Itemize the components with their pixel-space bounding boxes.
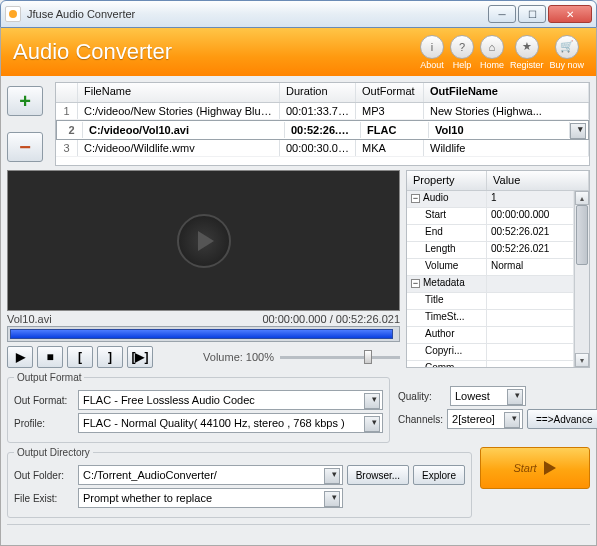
property-row[interactable]: −Metadata <box>407 276 574 293</box>
scrollbar[interactable]: ▴ ▾ <box>574 191 589 367</box>
range-button[interactable]: [▶] <box>127 346 153 368</box>
maximize-button[interactable]: ☐ <box>518 5 546 23</box>
col-outformat[interactable]: OutFormat <box>356 83 424 102</box>
file-table: FileName Duration OutFormat OutFileName … <box>55 82 590 166</box>
video-area[interactable] <box>7 170 400 311</box>
property-row[interactable]: Comm... <box>407 361 574 367</box>
header-about-button[interactable]: iAbout <box>420 35 444 70</box>
stop-button[interactable]: ■ <box>37 346 63 368</box>
play-icon <box>543 460 557 476</box>
play-button[interactable]: ▶ <box>7 346 33 368</box>
minimize-button[interactable]: ─ <box>488 5 516 23</box>
outformat-label: Out Format: <box>14 395 74 406</box>
window-title: Jfuse Audio Converter <box>27 8 488 20</box>
buy now-icon: 🛒 <box>555 35 579 59</box>
col-value[interactable]: Value <box>487 171 589 190</box>
table-row[interactable]: 1C:/videoo/New Stories (Highway Blues).w… <box>56 103 589 120</box>
close-button[interactable]: ✕ <box>548 5 592 23</box>
property-row[interactable]: Length00:52:26.021 <box>407 242 574 259</box>
profile-label: Profile: <box>14 418 74 429</box>
app-title: Audio Converter <box>13 39 420 65</box>
play-icon[interactable] <box>177 214 231 268</box>
output-format-group: Output Format Out Format: FLAC - Free Lo… <box>7 372 390 443</box>
scroll-up-icon[interactable]: ▴ <box>575 191 589 205</box>
table-row[interactable]: 3C:/videoo/Wildlife.wmv00:00:30.093MKAWi… <box>56 140 589 157</box>
app-icon <box>5 6 21 22</box>
outfolder-label: Out Folder: <box>14 470 74 481</box>
preview-panel: Vol10.avi 00:00:00.000 / 00:52:26.021 ▶ … <box>7 170 400 368</box>
volume-label: Volume: 100% <box>203 351 274 363</box>
app-header: Audio Converter iAbout?Help⌂Home★Registe… <box>0 28 597 76</box>
channels-select[interactable]: 2[stereo] <box>447 409 523 429</box>
remove-file-button[interactable]: − <box>7 132 43 162</box>
home-icon: ⌂ <box>480 35 504 59</box>
header-register-button[interactable]: ★Register <box>510 35 544 70</box>
property-row[interactable]: Copyri... <box>407 344 574 361</box>
property-row[interactable]: Start00:00:00.000 <box>407 208 574 225</box>
col-duration[interactable]: Duration <box>280 83 356 102</box>
channels-label: Channels: <box>398 414 443 425</box>
add-file-button[interactable]: + <box>7 86 43 116</box>
preview-time: 00:00:00.000 / 00:52:26.021 <box>262 313 400 325</box>
property-row[interactable]: Title <box>407 293 574 310</box>
advance-button[interactable]: ==>Advance <box>527 409 597 429</box>
help-icon: ? <box>450 35 474 59</box>
scroll-thumb[interactable] <box>576 205 588 265</box>
explore-button[interactable]: Explore <box>413 465 465 485</box>
start-button[interactable]: Start <box>480 447 590 489</box>
titlebar: Jfuse Audio Converter ─ ☐ ✕ <box>0 0 597 28</box>
collapse-icon[interactable]: − <box>411 194 420 203</box>
header-buy-now-button[interactable]: 🛒Buy now <box>549 35 584 70</box>
profile-select[interactable]: FLAC - Normal Quality( 44100 Hz, stereo … <box>78 413 383 433</box>
scroll-down-icon[interactable]: ▾ <box>575 353 589 367</box>
output-directory-group: Output Directory Out Folder: C:/Torrent_… <box>7 447 472 518</box>
seek-slider[interactable] <box>7 326 400 342</box>
table-header[interactable]: FileName Duration OutFormat OutFileName <box>56 83 589 103</box>
outformat-select[interactable]: FLAC - Free Lossless Audio Codec <box>78 390 383 410</box>
about-icon: i <box>420 35 444 59</box>
status-bar <box>7 524 590 538</box>
col-filename[interactable]: FileName <box>78 83 280 102</box>
col-outfilename[interactable]: OutFileName <box>424 83 589 102</box>
svg-point-0 <box>9 10 17 18</box>
browse-button[interactable]: Browser... <box>347 465 409 485</box>
mark-out-button[interactable]: ] <box>97 346 123 368</box>
header-help-button[interactable]: ?Help <box>450 35 474 70</box>
property-grid: Property Value −Audio1Start00:00:00.000E… <box>406 170 590 368</box>
quality-label: Quality: <box>398 391 446 402</box>
outfolder-select[interactable]: C:/Torrent_AudioConverter/ <box>78 465 343 485</box>
property-row[interactable]: TimeSt... <box>407 310 574 327</box>
fileexist-label: File Exist: <box>14 493 74 504</box>
mark-in-button[interactable]: [ <box>67 346 93 368</box>
header-home-button[interactable]: ⌂Home <box>480 35 504 70</box>
property-row[interactable]: −Audio1 <box>407 191 574 208</box>
collapse-icon[interactable]: − <box>411 279 420 288</box>
register-icon: ★ <box>515 35 539 59</box>
property-row[interactable]: VolumeNormal <box>407 259 574 276</box>
table-row[interactable]: 2C:/videoo/Vol10.avi00:52:26.021FLACVol1… <box>56 120 589 140</box>
preview-filename: Vol10.avi <box>7 313 52 325</box>
quality-select[interactable]: Lowest <box>450 386 526 406</box>
fileexist-select[interactable]: Prompt whether to replace <box>78 488 343 508</box>
property-row[interactable]: Author <box>407 327 574 344</box>
col-property[interactable]: Property <box>407 171 487 190</box>
property-row[interactable]: End00:52:26.021 <box>407 225 574 242</box>
volume-slider[interactable] <box>280 356 400 359</box>
